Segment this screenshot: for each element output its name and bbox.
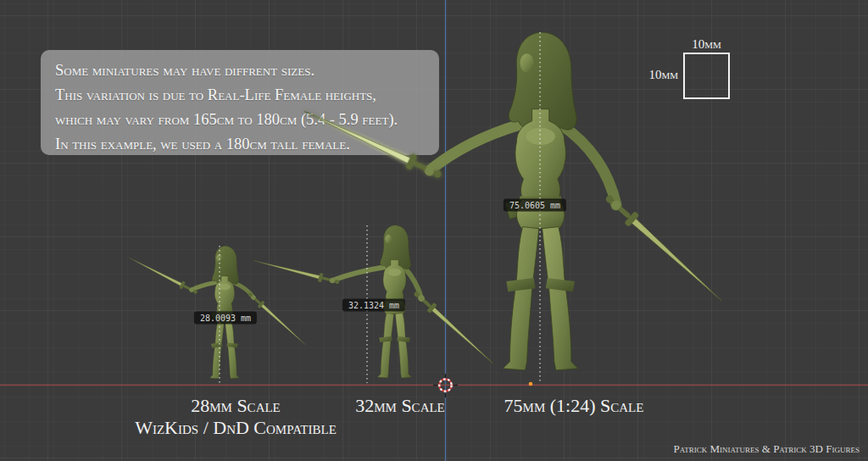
sword-icon <box>127 254 199 296</box>
sword-icon <box>602 191 728 306</box>
arm <box>561 125 616 205</box>
figures-layer <box>0 0 868 461</box>
reference-square-10mm <box>683 53 730 99</box>
sword-icon <box>253 257 341 287</box>
measurement-label-32mm: 32.1324 mm <box>342 299 405 312</box>
3d-viewport[interactable]: Some miniatures may have diffrent sizes.… <box>0 0 868 461</box>
measurement-lines <box>220 32 540 383</box>
arm <box>332 267 386 280</box>
measurement-label-28mm: 28.0093 mm <box>194 312 257 325</box>
caption-32mm-scale: 32mm Scale <box>355 395 445 417</box>
arm <box>430 125 520 170</box>
caption-75mm-scale: 75mm (1:24) Scale <box>504 395 644 417</box>
measurement-label-75mm: 75.0605 mm <box>504 199 566 212</box>
sword-icon <box>301 105 444 183</box>
watermark-text: Patrick Miniatures & Patrick 3D Figures <box>673 442 860 456</box>
reference-square-side-label: 10mm <box>615 68 678 82</box>
caption-wizkids-compatible: WizKids / DnD Compatible <box>135 417 337 439</box>
caption-28mm-scale: 28mm Scale <box>191 395 281 417</box>
sword-icon <box>411 288 498 368</box>
arm <box>192 282 217 290</box>
reference-square-top-label: 10mm <box>683 37 730 52</box>
